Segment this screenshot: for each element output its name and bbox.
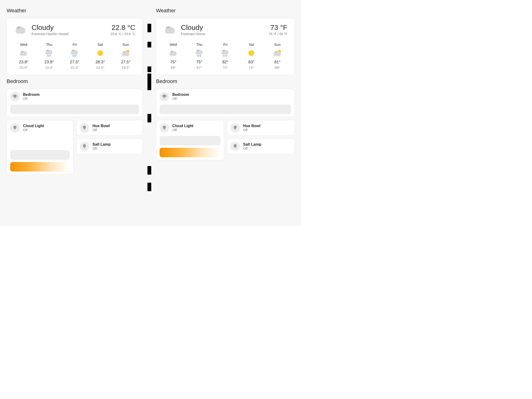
svg-line-17 (76, 55, 76, 57)
right-dashboard: Weather Cloudy Forecast Home 73 °F 75 °F… (149, 0, 301, 226)
svg-point-18 (97, 50, 103, 56)
bedroom-group-tile[interactable]: Bedroom Off (7, 89, 143, 117)
svg-point-32 (170, 52, 173, 56)
svg-point-41 (222, 51, 225, 55)
partly-cloudy-icon (265, 48, 290, 58)
forecast-day[interactable]: Wed 75° 69° (161, 42, 186, 70)
forecast-day[interactable]: Fri 27.5° 22.3° (63, 42, 87, 70)
color-temp-slider[interactable] (10, 162, 70, 172)
sunny-icon (239, 48, 264, 58)
bedroom-group-tile[interactable]: Bedroom Off (156, 89, 295, 117)
tile-name: Bedroom (23, 92, 139, 97)
bulb-icon (10, 123, 20, 133)
tile-state: Off (23, 97, 139, 101)
svg-line-44 (226, 55, 227, 57)
weather-temp-range: 75 °F / 69 °F (269, 32, 287, 36)
hue-bowl-tile[interactable]: Hue Bowl Off (76, 120, 143, 136)
svg-line-43 (225, 55, 225, 57)
brightness-slider[interactable] (10, 105, 139, 114)
cloud-light-tile[interactable]: Cloud Light Off (7, 120, 73, 174)
rainy-icon (213, 48, 238, 58)
bulb-icon (80, 123, 89, 133)
cloudy-icon (163, 24, 177, 37)
brightness-slider[interactable] (159, 136, 221, 145)
weather-temp: 73 °F (269, 24, 287, 32)
svg-point-14 (71, 51, 75, 55)
forecast-day[interactable]: Sat 83° 74° (239, 42, 264, 70)
svg-line-9 (47, 55, 48, 57)
hue-bowl-tile[interactable]: Hue Bowl Off (227, 120, 295, 136)
weather-section-title: Weather (156, 8, 295, 14)
weather-section-title: Weather (7, 8, 143, 14)
partly-cloudy-icon (114, 48, 138, 58)
brightness-slider[interactable] (159, 105, 291, 114)
svg-point-29 (165, 28, 170, 34)
forecast-day[interactable]: Sun 27.5° 19.5° (114, 42, 138, 70)
forecast-row: Wed 75° 69° Thu 75° 67° Fri 82° 72° Sat … (161, 42, 290, 70)
weather-card[interactable]: Cloudy Forecast Home 73 °F 75 °F / 69 °F… (156, 18, 295, 75)
svg-rect-26 (84, 148, 85, 148)
salt-lamp-tile[interactable]: Salt Lamp Off (76, 139, 143, 154)
forecast-day[interactable]: Fri 82° 72° (213, 42, 238, 70)
svg-point-35 (196, 51, 199, 55)
svg-rect-50 (164, 98, 165, 98)
sunny-icon (88, 48, 112, 58)
cloudy-icon (14, 24, 27, 37)
svg-rect-24 (14, 129, 16, 130)
svg-point-5 (20, 52, 24, 56)
svg-line-42 (223, 55, 224, 57)
cloud-light-tile[interactable]: Cloud Light Off (156, 120, 224, 160)
weather-temp: 22.8 °C (110, 24, 135, 32)
svg-point-2 (16, 28, 21, 34)
bulb-group-icon (159, 92, 169, 101)
bulb-icon (80, 142, 89, 151)
bulb-icon (230, 142, 240, 151)
svg-rect-53 (234, 148, 236, 148)
svg-rect-52 (234, 129, 236, 130)
svg-point-8 (45, 51, 49, 55)
svg-rect-51 (164, 129, 165, 130)
bulb-group-icon (10, 92, 20, 101)
weather-condition: Cloudy (32, 24, 106, 31)
bulb-icon (159, 123, 169, 133)
weather-header: Cloudy Forecast Hazbin Hostel 22.8 °C 23… (12, 24, 138, 38)
cloudy-icon (12, 48, 36, 58)
color-temp-slider[interactable] (159, 148, 221, 157)
svg-line-37 (199, 55, 199, 57)
weather-condition: Cloudy (181, 24, 264, 31)
weather-temp-range: 23.8 °C / 20.6 °C (110, 32, 135, 36)
svg-point-45 (248, 50, 254, 56)
rainy-icon (187, 48, 212, 58)
bedroom-section-title: Bedroom (156, 78, 295, 84)
svg-line-36 (197, 55, 198, 57)
forecast-day[interactable]: Sat 28.3° 23.4° (88, 42, 112, 70)
forecast-row: Wed 23.8° 20.6° Thu 23.9° 19.4° Fri 27.5… (12, 42, 138, 70)
weather-header: Cloudy Forecast Home 73 °F 75 °F / 69 °F (161, 24, 290, 38)
rainy-icon (37, 48, 61, 58)
bulb-icon (230, 123, 240, 133)
bedroom-section-title: Bedroom (7, 78, 143, 84)
svg-rect-25 (84, 129, 85, 130)
svg-point-22 (122, 52, 126, 56)
svg-rect-23 (14, 98, 16, 98)
svg-line-10 (49, 55, 49, 57)
rainy-icon (63, 48, 87, 58)
salt-lamp-tile[interactable]: Salt Lamp Off (227, 139, 295, 154)
svg-line-11 (50, 55, 51, 57)
weather-card[interactable]: Cloudy Forecast Hazbin Hostel 22.8 °C 23… (7, 18, 143, 75)
forecast-day[interactable]: Sun 81° 68° (265, 42, 290, 70)
left-dashboard: Weather Cloudy Forecast Hazbin Hostel 22… (0, 0, 149, 226)
forecast-day[interactable]: Wed 23.8° 20.6° (12, 42, 36, 70)
forecast-day[interactable]: Thu 23.9° 19.4° (37, 42, 61, 70)
weather-forecast-name: Forecast Hazbin Hostel (32, 32, 106, 36)
forecast-day[interactable]: Thu 75° 67° (187, 42, 212, 70)
svg-point-49 (274, 52, 277, 56)
weather-forecast-name: Forecast Home (181, 32, 264, 36)
svg-line-16 (74, 55, 75, 57)
svg-line-38 (200, 55, 201, 57)
brightness-slider[interactable] (10, 150, 70, 160)
cloudy-icon (161, 48, 186, 58)
svg-line-15 (73, 55, 73, 57)
